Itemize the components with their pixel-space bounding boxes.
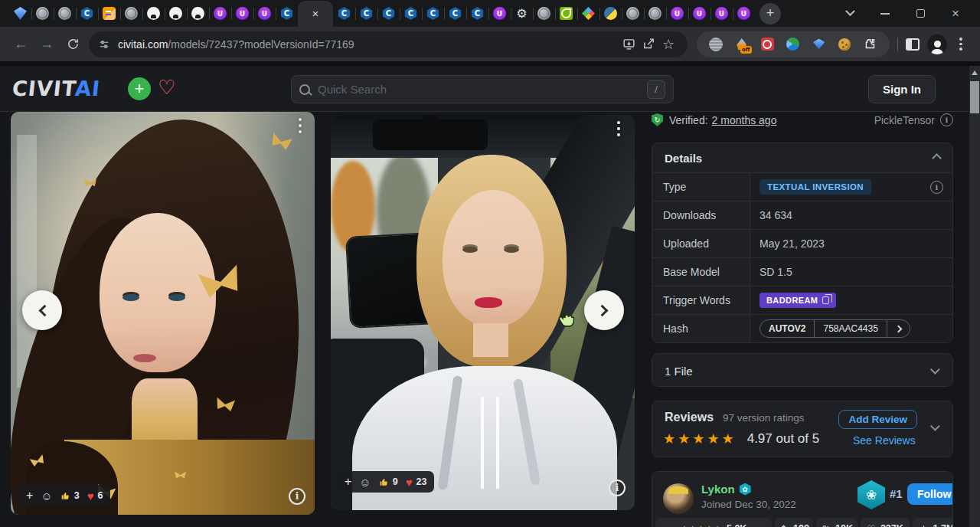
support-heart-icon[interactable]: ♡ bbox=[158, 76, 175, 100]
tab-search-icon[interactable] bbox=[844, 8, 856, 20]
add-reaction-button[interactable]: + bbox=[345, 475, 351, 489]
tab-gem[interactable] bbox=[9, 1, 31, 27]
tab-ultra[interactable] bbox=[688, 1, 710, 27]
details-accordion-header[interactable]: Details bbox=[652, 143, 952, 172]
site-settings-icon[interactable] bbox=[98, 38, 110, 51]
add-review-button[interactable]: Add Review bbox=[838, 410, 917, 429]
like-button[interactable]: 3 bbox=[60, 490, 80, 501]
type-info-icon[interactable]: i bbox=[930, 181, 943, 194]
cookie-extension-icon[interactable] bbox=[838, 38, 851, 51]
scrollbar-up-arrow[interactable] bbox=[972, 70, 978, 75]
verified-time-link[interactable]: 2 months ago bbox=[712, 114, 777, 126]
detail-row-uploaded: Uploaded May 21, 2023 bbox=[652, 229, 952, 257]
trigger-word-badge[interactable]: BADDREAM bbox=[760, 293, 836, 308]
rank-badge-icon[interactable]: ❀ bbox=[858, 480, 885, 509]
globe-extension-icon[interactable] bbox=[786, 38, 800, 51]
sign-in-button[interactable]: Sign In bbox=[868, 75, 936, 103]
maximize-button[interactable] bbox=[914, 8, 926, 20]
search-input[interactable] bbox=[318, 83, 647, 96]
heart-button[interactable]: ♥ 23 bbox=[406, 476, 427, 488]
share-icon[interactable] bbox=[639, 34, 658, 54]
tab-globe[interactable] bbox=[644, 1, 666, 27]
tab-civitai[interactable] bbox=[422, 1, 444, 27]
tab-globe[interactable] bbox=[120, 1, 142, 27]
follow-button[interactable]: Follow bbox=[907, 483, 953, 505]
tab-ultra[interactable] bbox=[666, 1, 688, 27]
reviews-card: Reviews97 version ratings Add Review ★★★… bbox=[652, 401, 953, 457]
install-icon[interactable] bbox=[619, 34, 639, 54]
tab-close-icon[interactable] bbox=[312, 8, 319, 19]
tab-ultra[interactable] bbox=[488, 1, 511, 27]
files-accordion-header[interactable]: 1 File bbox=[652, 354, 952, 387]
forward-button[interactable]: → bbox=[34, 31, 60, 57]
tab-github[interactable] bbox=[187, 1, 209, 27]
create-button[interactable]: + bbox=[128, 77, 151, 100]
like-button[interactable]: 9 bbox=[379, 476, 398, 487]
carousel-next-button[interactable] bbox=[584, 290, 624, 330]
tab-python[interactable] bbox=[599, 1, 622, 27]
new-tab-button[interactable]: + bbox=[760, 3, 781, 25]
tab-ultra[interactable] bbox=[253, 1, 276, 27]
tab-ultra[interactable] bbox=[733, 1, 755, 27]
tab-civitai[interactable] bbox=[400, 1, 422, 27]
tab-globe[interactable] bbox=[54, 1, 76, 27]
browser-menu-icon[interactable] bbox=[955, 38, 967, 51]
creator-avatar[interactable] bbox=[663, 483, 694, 514]
tab-docs[interactable] bbox=[98, 1, 120, 27]
civitai-logo[interactable]: CIVITAI bbox=[11, 77, 101, 100]
tab-nvidia[interactable] bbox=[555, 1, 577, 27]
tab-active[interactable] bbox=[298, 1, 333, 27]
image-1-menu-icon[interactable] bbox=[293, 118, 307, 133]
page-scrollbar[interactable] bbox=[969, 66, 980, 527]
like-count: 3 bbox=[74, 490, 80, 501]
copy-icon[interactable] bbox=[822, 296, 829, 304]
extensions-puzzle-icon[interactable] bbox=[864, 38, 877, 51]
add-reaction-button[interactable]: + bbox=[26, 489, 33, 502]
tab-ultra[interactable] bbox=[209, 1, 231, 27]
tab-globe[interactable] bbox=[533, 1, 555, 27]
tab-civitai[interactable] bbox=[76, 1, 98, 27]
type-badge[interactable]: TEXTUAL INVERSION bbox=[760, 179, 871, 195]
civitai-favicon bbox=[449, 7, 462, 20]
hash-pill[interactable]: AUTOV2 758AAC4435 bbox=[760, 319, 910, 338]
format-info-icon[interactable]: i bbox=[940, 113, 953, 126]
fire-extension-icon[interactable]: off bbox=[735, 38, 749, 51]
back-button[interactable]: ← bbox=[8, 31, 34, 57]
emoji-reaction-button[interactable]: ☺ bbox=[41, 490, 52, 502]
image-2-info-button[interactable]: i bbox=[609, 480, 626, 496]
close-button[interactable]: × bbox=[949, 8, 962, 20]
minimize-button[interactable] bbox=[879, 8, 891, 20]
tab-github[interactable] bbox=[142, 1, 165, 27]
sidebar-toggle-icon[interactable] bbox=[906, 38, 920, 51]
disco-extension-icon[interactable] bbox=[709, 38, 723, 51]
reload-button[interactable] bbox=[60, 31, 86, 57]
profile-avatar[interactable] bbox=[927, 34, 947, 54]
tab-globe[interactable] bbox=[622, 1, 644, 27]
image-1-info-button[interactable]: i bbox=[289, 488, 305, 505]
emoji-reaction-button[interactable]: ☺ bbox=[359, 476, 371, 488]
tab-civitai[interactable] bbox=[276, 1, 298, 27]
tab-civitai[interactable] bbox=[444, 1, 466, 27]
red-o-extension-icon[interactable] bbox=[760, 38, 774, 51]
tab-civitai[interactable] bbox=[355, 1, 377, 27]
see-reviews-link[interactable]: See Reviews bbox=[853, 434, 916, 447]
quick-search[interactable]: / bbox=[291, 75, 674, 103]
tab-civitai[interactable] bbox=[466, 1, 488, 27]
tab-github[interactable] bbox=[165, 1, 187, 27]
tab-ultra[interactable] bbox=[231, 1, 253, 27]
tab-gear[interactable] bbox=[511, 1, 533, 27]
bookmark-star-icon[interactable]: ☆ bbox=[658, 34, 678, 54]
heart-button[interactable]: ♥ 6 bbox=[87, 490, 103, 502]
hash-expand-button[interactable] bbox=[887, 320, 910, 337]
tab-civitai[interactable] bbox=[333, 1, 355, 27]
image-2-menu-icon[interactable] bbox=[612, 121, 626, 136]
tab-globe[interactable] bbox=[31, 1, 54, 27]
tab-civitai[interactable] bbox=[377, 1, 400, 27]
tab-ultra[interactable] bbox=[710, 1, 733, 27]
gem-extension-icon[interactable] bbox=[812, 38, 826, 51]
creator-name[interactable]: Lykon✿ bbox=[701, 483, 751, 496]
tab-prism[interactable] bbox=[577, 1, 599, 27]
address-bar[interactable]: civitai.com/models/72437?modelVersionId=… bbox=[89, 31, 688, 57]
scrollbar-thumb[interactable] bbox=[970, 81, 979, 113]
carousel-prev-button[interactable] bbox=[22, 290, 62, 330]
